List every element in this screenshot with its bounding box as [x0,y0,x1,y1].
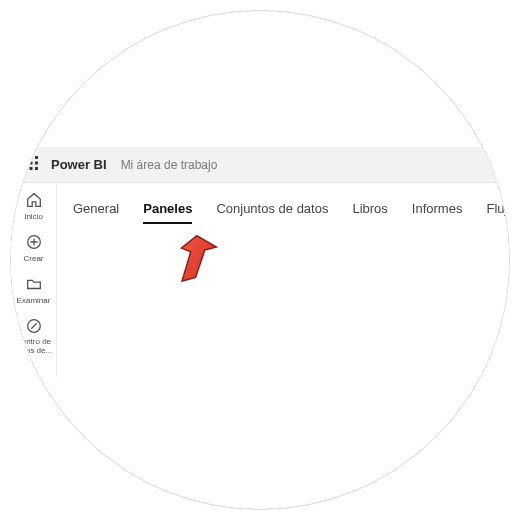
waffle-icon [24,156,38,174]
sidebar-item-label: Inicio [24,212,43,221]
svg-rect-5 [35,161,38,164]
content-area: General Paneles Conjuntos de datos Libro… [57,183,510,377]
tab-conjuntos-de-datos[interactable]: Conjuntos de datos [216,201,328,224]
sidebar: Inicio Crear Examinar [11,183,57,377]
svg-rect-4 [30,161,33,164]
svg-rect-1 [30,156,33,159]
sidebar-item-crear[interactable]: Crear [12,233,56,263]
home-icon [25,191,43,209]
tab-paneles[interactable]: Paneles [143,201,192,224]
folder-icon [25,275,43,293]
tabs-bar: General Paneles Conjuntos de datos Libro… [73,201,510,224]
svg-rect-3 [24,161,27,164]
brand-label: Power BI [51,157,107,172]
svg-rect-6 [24,167,27,170]
app-launcher-button[interactable] [19,153,43,177]
svg-rect-8 [35,167,38,170]
top-bar: Power BI Mi área de trabajo [11,147,510,183]
svg-rect-0 [24,156,27,159]
sidebar-item-label: Examinar [17,296,51,305]
compass-icon [25,317,43,335]
tab-informes[interactable]: Informes [412,201,463,224]
plus-circle-icon [25,233,43,251]
sidebar-item-examinar[interactable]: Examinar [12,275,56,305]
sidebar-item-label: Centro de datos de... [12,338,56,356]
tab-general[interactable]: General [73,201,119,224]
tab-libros[interactable]: Libros [352,201,387,224]
app-window: Power BI Mi área de trabajo Inicio [11,147,510,377]
svg-rect-7 [30,167,33,170]
sidebar-item-label: Crear [23,254,43,263]
tab-flujos-de-datos[interactable]: Flujos de datos [486,201,510,224]
svg-rect-2 [35,156,38,159]
breadcrumb[interactable]: Mi área de trabajo [121,158,218,172]
sidebar-item-inicio[interactable]: Inicio [12,191,56,221]
sidebar-item-datos[interactable]: Centro de datos de... [12,317,56,356]
